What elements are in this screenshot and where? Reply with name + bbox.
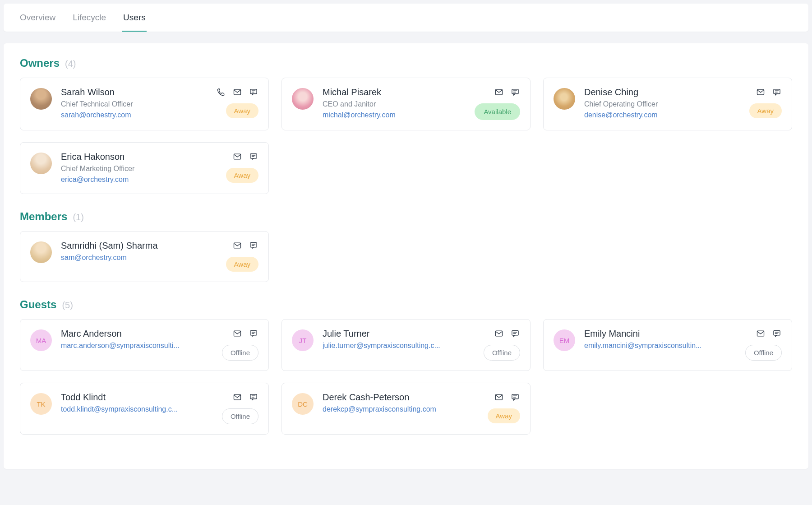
user-email[interactable]: todd.klindt@sympraxisconsulting.c...: [61, 405, 217, 413]
card-right-col: Away: [226, 241, 258, 272]
user-card: JTJulie Turnerjulie.turner@sympraxiscons…: [281, 319, 531, 371]
chat-icon[interactable]: [510, 87, 520, 97]
mail-icon[interactable]: [232, 241, 242, 250]
user-info: Michal PisarekCEO and Janitormichal@orch…: [323, 87, 469, 119]
avatar: [554, 88, 575, 110]
user-card: TKTodd Klindttodd.klindt@sympraxisconsul…: [20, 383, 269, 435]
status-badge: Away: [226, 257, 258, 272]
svg-rect-9: [774, 89, 780, 94]
card-right-col: Offline: [222, 329, 258, 361]
chat-icon[interactable]: [772, 329, 782, 338]
svg-rect-17: [250, 243, 257, 247]
user-info: Marc Andersonmarc.anderson@sympraxiscons…: [61, 329, 217, 350]
user-name: Marc Anderson: [61, 329, 217, 339]
mail-icon[interactable]: [494, 329, 504, 338]
user-email[interactable]: sarah@orchestry.com: [61, 111, 211, 119]
section-title-guests: Guests (5): [20, 298, 792, 311]
user-card: DCDerek Cash-Petersonderekcp@sympraxisco…: [281, 383, 531, 435]
tab-overview[interactable]: Overview: [19, 4, 56, 32]
chat-icon[interactable]: [772, 87, 782, 97]
user-role: Chief Marketing Officer: [61, 165, 221, 173]
mail-icon[interactable]: [494, 392, 504, 402]
user-card: Michal PisarekCEO and Janitormichal@orch…: [281, 78, 531, 130]
card-right-col: Away: [749, 87, 782, 118]
chat-icon[interactable]: [249, 241, 258, 250]
mail-icon[interactable]: [232, 392, 242, 402]
user-name: Denise Ching: [584, 87, 744, 97]
user-info: Emily Manciniemily.mancini@sympraxiscons…: [584, 329, 740, 350]
svg-rect-37: [512, 394, 518, 399]
svg-rect-5: [512, 89, 518, 94]
tab-lifecycle[interactable]: Lifecycle: [72, 4, 107, 32]
status-badge: Available: [475, 103, 520, 120]
user-email[interactable]: emily.mancini@sympraxisconsultin...: [584, 342, 740, 350]
chat-icon[interactable]: [249, 392, 258, 402]
mail-icon[interactable]: [232, 152, 242, 162]
user-role: CEO and Janitor: [323, 100, 469, 108]
user-email[interactable]: sam@orchestry.com: [61, 254, 221, 262]
svg-rect-25: [512, 331, 518, 335]
section-title-guests-label: Guests: [20, 298, 56, 311]
icon-row: [232, 152, 258, 162]
user-name: Michal Pisarek: [323, 87, 469, 97]
user-email[interactable]: erica@orchestry.com: [61, 176, 221, 184]
card-right-col: Offline: [484, 329, 520, 361]
user-card: Erica HakonsonChief Marketing Officereri…: [20, 142, 269, 194]
icon-row: [494, 392, 520, 402]
user-name: Julie Turner: [323, 329, 478, 339]
user-email[interactable]: michal@orchestry.com: [323, 111, 469, 119]
chat-icon[interactable]: [510, 329, 520, 338]
tab-users[interactable]: Users: [122, 4, 147, 32]
user-email[interactable]: julie.turner@sympraxisconsulting.c...: [323, 342, 478, 350]
section-title-members-label: Members: [20, 210, 67, 223]
phone-icon[interactable]: [216, 87, 226, 97]
user-name: Todd Klindt: [61, 392, 217, 403]
card-right-col: Offline: [222, 392, 258, 424]
user-name: Emily Mancini: [584, 329, 740, 339]
status-badge: Offline: [222, 345, 258, 361]
user-email[interactable]: denise@orchestry.com: [584, 111, 744, 119]
chat-icon[interactable]: [249, 329, 258, 338]
status-badge: Away: [226, 168, 258, 183]
avatar: [30, 153, 52, 174]
guests-grid: MAMarc Andersonmarc.anderson@sympraxisco…: [20, 319, 792, 435]
mail-icon[interactable]: [756, 87, 766, 97]
mail-icon[interactable]: [756, 329, 766, 338]
svg-rect-21: [250, 331, 257, 335]
user-info: Erica HakonsonChief Marketing Officereri…: [61, 152, 221, 184]
status-badge: Away: [226, 103, 258, 118]
status-badge: Away: [749, 103, 782, 118]
user-role: Chief Technical Officer: [61, 100, 211, 108]
user-email[interactable]: derekcp@sympraxisconsulting.com: [323, 405, 482, 413]
avatar: [30, 241, 52, 263]
mail-icon[interactable]: [232, 329, 242, 338]
user-role: Chief Operating Officer: [584, 100, 744, 108]
user-info: Sarah WilsonChief Technical Officersarah…: [61, 87, 211, 119]
status-badge: Offline: [484, 345, 520, 361]
section-title-members: Members (1): [20, 210, 792, 223]
icon-row: [756, 329, 782, 338]
icon-row: [232, 241, 258, 250]
mail-icon[interactable]: [232, 87, 242, 97]
section-members-count: (1): [73, 212, 83, 222]
user-card: Samridhi (Sam) Sharmasam@orchestry.comAw…: [20, 231, 269, 282]
user-info: Denise ChingChief Operating Officerdenis…: [584, 87, 744, 119]
status-badge: Offline: [222, 408, 258, 424]
user-card: Denise ChingChief Operating Officerdenis…: [543, 78, 792, 130]
user-email[interactable]: marc.anderson@sympraxisconsulti...: [61, 342, 217, 350]
avatar: DC: [292, 393, 314, 415]
icon-row: [494, 87, 520, 97]
icon-row: [232, 392, 258, 402]
owners-grid: Sarah WilsonChief Technical Officersarah…: [20, 78, 792, 194]
section-title-owners-label: Owners: [20, 57, 60, 69]
svg-rect-13: [250, 154, 257, 158]
chat-icon[interactable]: [510, 392, 520, 402]
user-card: MAMarc Andersonmarc.anderson@sympraxisco…: [20, 319, 269, 371]
avatar: EM: [554, 329, 575, 351]
chat-icon[interactable]: [249, 87, 258, 97]
user-name: Erica Hakonson: [61, 152, 221, 162]
mail-icon[interactable]: [494, 87, 504, 97]
icon-row: [232, 329, 258, 338]
content-panel: Owners (4) Sarah WilsonChief Technical O…: [4, 43, 808, 469]
chat-icon[interactable]: [249, 152, 258, 162]
